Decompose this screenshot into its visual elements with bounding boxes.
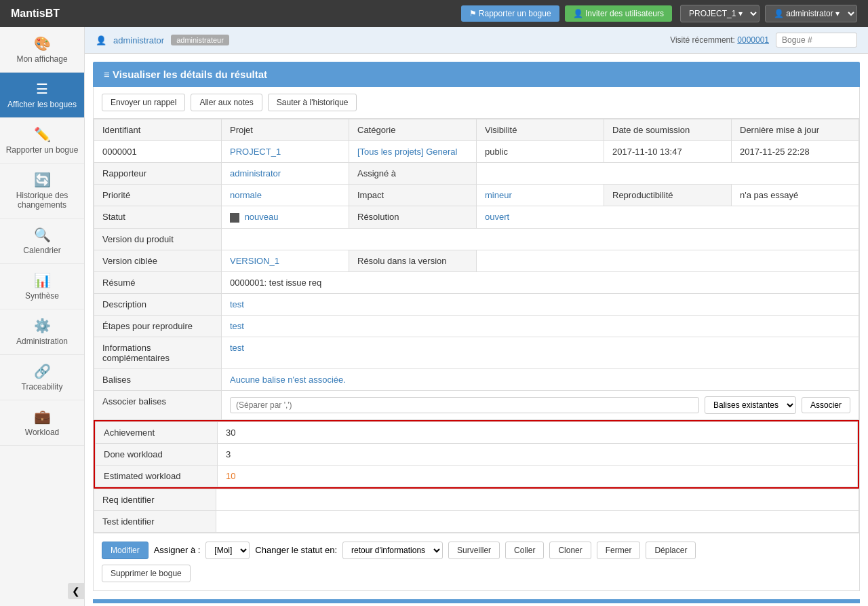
sidebar-item-synthese[interactable]: 📊 Synthèse — [0, 264, 84, 309]
td-resolu — [477, 250, 859, 271]
th-req: Req identifier — [94, 489, 216, 510]
table-row-resume: Résumé 0000001: test issue req — [94, 271, 859, 293]
sidebar-item-rapporter-bogue[interactable]: ✏️ Rapporter un bogue — [0, 118, 84, 164]
tags-select[interactable]: Balises existantes — [705, 396, 796, 414]
table-row-etapes: Étapes pour reproduire test — [94, 315, 859, 337]
chart-icon: 📊 — [34, 272, 51, 288]
visited-link[interactable]: 0000001 — [737, 35, 769, 45]
th-resume: Résumé — [94, 271, 222, 293]
user-icon-small: 👤 — [96, 35, 106, 45]
td-version-ciblee: VERSION_1 — [222, 250, 349, 271]
report-bug-button[interactable]: ⚑ Rapporter un bogue — [461, 5, 559, 22]
th-identifiant: Identifiant — [94, 119, 222, 141]
sidebar-item-administration[interactable]: ⚙️ Administration — [0, 309, 84, 355]
sidebar-item-mon-affichage[interactable]: 🎨 Mon affichage — [0, 27, 84, 73]
th-description: Description — [94, 293, 222, 315]
td-resolution: ouvert — [477, 206, 859, 229]
fermer-button[interactable]: Fermer — [597, 542, 641, 559]
th-version-produit: Version du produit — [94, 228, 222, 250]
resolution-link[interactable]: ouvert — [485, 212, 509, 222]
statut-link[interactable]: nouveau — [245, 212, 279, 222]
td-description: test — [222, 293, 859, 315]
th-etapes: Étapes pour reproduire — [94, 315, 222, 337]
th-derniere-maj: Dernière mise à jour — [732, 119, 859, 141]
visited-recently: Visité récemment: 0000001 — [670, 35, 769, 45]
priorite-link[interactable]: normale — [230, 190, 262, 200]
td-req — [216, 489, 859, 510]
td-rapporteur: administrator — [222, 163, 349, 185]
search-icon: 🔍 — [34, 227, 51, 243]
th-reproductibilite: Reproductibilité — [604, 185, 732, 206]
sauter-historique-button[interactable]: Sauter à l'historique — [268, 94, 357, 111]
changer-statut-label: Changer le statut en: — [255, 545, 337, 555]
cf-row-achievement: Achievement 30 — [96, 421, 858, 443]
sidebar-label-workload: Workload — [25, 428, 59, 437]
main-layout: 🎨 Mon affichage ☰ Afficher les bogues ✏️… — [0, 27, 868, 606]
sidebar-item-historique[interactable]: 🔄 Historique des changements — [0, 164, 84, 219]
th-impact: Impact — [349, 185, 477, 206]
deplacer-button[interactable]: Déplacer — [646, 542, 696, 559]
supprimer-button[interactable]: Supprimer le bogue — [102, 565, 191, 582]
action-buttons: Envoyer un rappel Aller aux notes Sauter… — [93, 87, 860, 119]
th-associer-balises: Associer balises — [94, 390, 222, 419]
bug-search-input[interactable] — [776, 33, 857, 48]
projet-link[interactable]: PROJECT_1 — [230, 147, 281, 157]
th-resolu: Résolu dans la version — [349, 250, 477, 271]
sidebar-item-afficher-bogues[interactable]: ☰ Afficher les bogues — [0, 73, 84, 118]
tags-input-row: Balises existantes Associer — [230, 396, 850, 414]
th-test: Test identifier — [94, 510, 216, 532]
sidebar-item-traceability[interactable]: 🔗 Traceability — [0, 355, 84, 400]
surveiller-button[interactable]: Surveiller — [448, 542, 500, 559]
cf-th-estimated-workload: Estimated workload — [96, 465, 218, 487]
assigner-label: Assigner à : — [154, 545, 201, 555]
status-change-select[interactable]: retour d'informations — [342, 542, 443, 559]
briefcase-icon: 💼 — [34, 409, 51, 425]
rapporteur-link[interactable]: administrator — [230, 168, 281, 178]
user-selector[interactable]: 👤 administrator ▾ — [765, 5, 857, 22]
status-color-badge — [230, 213, 239, 223]
th-visibilite: Visibilité — [477, 119, 604, 141]
td-balises: Aucune balise n'est associée. — [222, 368, 859, 390]
sidebar-label-administration: Administration — [16, 337, 68, 346]
aller-notes-button[interactable]: Aller aux notes — [191, 94, 262, 111]
extra-row-test: Test identifier — [94, 510, 859, 532]
user-link[interactable]: administrator — [113, 35, 164, 45]
coller-button[interactable]: Coller — [505, 542, 544, 559]
envoyer-rappel-button[interactable]: Envoyer un rappel — [102, 94, 185, 111]
td-priorite: normale — [222, 185, 349, 206]
palette-icon: 🎨 — [34, 35, 51, 52]
categorie-link[interactable]: [Tous les projets] General — [357, 147, 457, 157]
sidebar-label-afficher-bogues: Afficher les bogues — [7, 100, 77, 109]
cf-th-achievement: Achievement — [96, 421, 218, 443]
bottom-strip — [93, 599, 860, 603]
sidebar-item-workload[interactable]: 💼 Workload — [0, 400, 84, 446]
project-selector[interactable]: PROJECT_1 ▾ — [680, 5, 760, 22]
cloner-button[interactable]: Cloner — [549, 542, 591, 559]
assign-select[interactable]: [Moi] — [205, 542, 250, 559]
table-row-associer-balises: Associer balises Balises existantes Asso… — [94, 390, 859, 419]
th-statut: Statut — [94, 206, 222, 229]
custom-fields-box: Achievement 30 Done workload 3 Estimated… — [94, 420, 859, 489]
refresh-icon: 🔄 — [34, 172, 51, 188]
associer-button[interactable]: Associer — [802, 397, 850, 413]
gear-icon: ⚙️ — [34, 318, 51, 334]
td-assigne — [477, 163, 859, 185]
link-icon: 🔗 — [34, 363, 51, 379]
list-icon: ☰ — [36, 81, 48, 97]
modifier-button[interactable]: Modifier — [102, 542, 149, 559]
sidebar-label-calendrier: Calendrier — [23, 246, 60, 255]
version-ciblee-link[interactable]: VERSION_1 — [230, 256, 279, 266]
table-row-description: Description test — [94, 293, 859, 315]
table-row-version-ciblee: Version ciblée VERSION_1 Résolu dans la … — [94, 250, 859, 271]
td-visibilite: public — [477, 141, 604, 163]
balises-link[interactable]: Aucune balise n'est associée. — [230, 375, 346, 385]
sidebar-item-calendrier[interactable]: 🔍 Calendrier — [0, 219, 84, 264]
td-projet: PROJECT_1 — [222, 141, 349, 163]
invite-users-button[interactable]: 👤 Inviter des utilisateurs — [565, 5, 672, 22]
sidebar-collapse-button[interactable]: ❮ — [68, 583, 84, 599]
impact-link[interactable]: mineur — [485, 190, 512, 200]
cf-td-estimated-workload: 10 — [218, 465, 858, 487]
table-row-infos: Informations complémentaires test — [94, 337, 859, 368]
tags-text-input[interactable] — [230, 397, 699, 413]
th-date-soumission: Date de soumission — [604, 119, 732, 141]
